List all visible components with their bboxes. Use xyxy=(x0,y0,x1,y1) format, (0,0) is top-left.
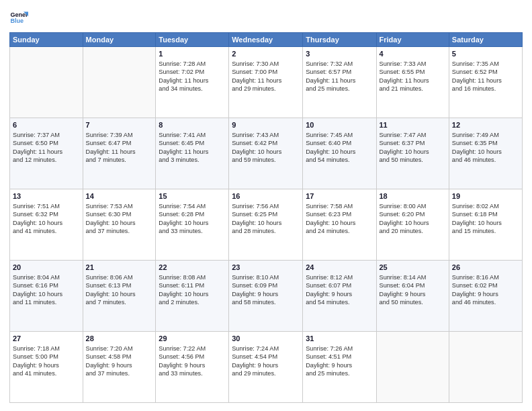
day-number: 29 xyxy=(159,334,226,344)
calendar-cell: 6Sunrise: 7:37 AM Sunset: 6:50 PM Daylig… xyxy=(10,118,83,189)
day-number: 26 xyxy=(452,263,519,273)
header: General Blue xyxy=(9,8,523,27)
day-info: Sunrise: 7:45 AM Sunset: 6:40 PM Dayligh… xyxy=(306,131,373,165)
day-info: Sunrise: 7:28 AM Sunset: 7:02 PM Dayligh… xyxy=(159,60,226,93)
day-info: Sunrise: 8:04 AM Sunset: 6:16 PM Dayligh… xyxy=(13,273,80,307)
day-info: Sunrise: 7:58 AM Sunset: 6:23 PM Dayligh… xyxy=(306,202,373,236)
weekday-tuesday: Tuesday xyxy=(156,33,229,47)
day-info: Sunrise: 7:37 AM Sunset: 6:50 PM Dayligh… xyxy=(13,131,80,165)
day-number: 16 xyxy=(232,191,300,201)
day-info: Sunrise: 7:43 AM Sunset: 6:42 PM Dayligh… xyxy=(232,131,300,165)
weekday-monday: Monday xyxy=(83,33,156,47)
day-number: 1 xyxy=(159,49,226,59)
day-info: Sunrise: 7:51 AM Sunset: 6:32 PM Dayligh… xyxy=(13,202,80,236)
day-info: Sunrise: 7:33 AM Sunset: 6:55 PM Dayligh… xyxy=(380,60,446,93)
calendar-cell: 1Sunrise: 7:28 AM Sunset: 7:02 PM Daylig… xyxy=(156,47,229,118)
day-number: 5 xyxy=(452,49,519,59)
calendar-cell: 23Sunrise: 8:10 AM Sunset: 6:09 PM Dayli… xyxy=(229,261,303,332)
day-number: 23 xyxy=(232,263,300,273)
day-number: 14 xyxy=(86,191,153,201)
calendar-cell: 2Sunrise: 7:30 AM Sunset: 7:00 PM Daylig… xyxy=(229,47,303,118)
calendar-cell: 11Sunrise: 7:47 AM Sunset: 6:37 PM Dayli… xyxy=(376,118,449,189)
page: General Blue SundayMondayTuesdayWednesda… xyxy=(0,0,532,411)
calendar-cell: 22Sunrise: 8:08 AM Sunset: 6:11 PM Dayli… xyxy=(156,261,229,332)
calendar-cell: 15Sunrise: 7:54 AM Sunset: 6:28 PM Dayli… xyxy=(156,189,229,261)
day-info: Sunrise: 8:02 AM Sunset: 6:18 PM Dayligh… xyxy=(452,202,519,236)
calendar-cell: 20Sunrise: 8:04 AM Sunset: 6:16 PM Dayli… xyxy=(10,261,83,332)
day-number: 7 xyxy=(86,120,153,130)
calendar-cell: 7Sunrise: 7:39 AM Sunset: 6:47 PM Daylig… xyxy=(83,118,156,189)
day-info: Sunrise: 7:24 AM Sunset: 4:54 PM Dayligh… xyxy=(232,345,300,378)
day-info: Sunrise: 7:41 AM Sunset: 6:45 PM Dayligh… xyxy=(159,131,226,165)
calendar-cell: 19Sunrise: 8:02 AM Sunset: 6:18 PM Dayli… xyxy=(449,189,522,261)
day-number: 31 xyxy=(306,334,373,344)
day-number: 17 xyxy=(306,191,373,201)
day-info: Sunrise: 7:39 AM Sunset: 6:47 PM Dayligh… xyxy=(86,131,153,165)
calendar-cell xyxy=(10,47,83,118)
day-number: 9 xyxy=(232,120,300,130)
calendar-table: SundayMondayTuesdayWednesdayThursdayFrid… xyxy=(9,32,523,403)
day-info: Sunrise: 7:22 AM Sunset: 4:56 PM Dayligh… xyxy=(159,345,226,378)
weekday-saturday: Saturday xyxy=(449,33,522,47)
calendar-cell: 21Sunrise: 8:06 AM Sunset: 6:13 PM Dayli… xyxy=(83,261,156,332)
day-number: 12 xyxy=(452,120,519,130)
day-number: 15 xyxy=(159,191,226,201)
day-info: Sunrise: 7:32 AM Sunset: 6:57 PM Dayligh… xyxy=(306,60,373,93)
calendar-cell: 8Sunrise: 7:41 AM Sunset: 6:45 PM Daylig… xyxy=(156,118,229,189)
day-number: 24 xyxy=(306,263,373,273)
day-number: 3 xyxy=(306,49,373,59)
calendar-cell xyxy=(83,47,156,118)
day-number: 27 xyxy=(13,334,80,344)
calendar-cell: 29Sunrise: 7:22 AM Sunset: 4:56 PM Dayli… xyxy=(156,332,229,403)
day-number: 19 xyxy=(452,191,519,201)
day-info: Sunrise: 7:30 AM Sunset: 7:00 PM Dayligh… xyxy=(232,60,300,93)
day-number: 6 xyxy=(13,120,80,130)
day-info: Sunrise: 7:49 AM Sunset: 6:35 PM Dayligh… xyxy=(452,131,519,165)
day-info: Sunrise: 7:47 AM Sunset: 6:37 PM Dayligh… xyxy=(380,131,446,165)
day-info: Sunrise: 7:18 AM Sunset: 5:00 PM Dayligh… xyxy=(13,345,80,378)
day-number: 21 xyxy=(86,263,153,273)
calendar-cell: 13Sunrise: 7:51 AM Sunset: 6:32 PM Dayli… xyxy=(10,189,83,261)
day-info: Sunrise: 7:20 AM Sunset: 4:58 PM Dayligh… xyxy=(86,345,153,378)
calendar-week-0: 1Sunrise: 7:28 AM Sunset: 7:02 PM Daylig… xyxy=(10,47,523,118)
day-number: 2 xyxy=(232,49,300,59)
logo: General Blue xyxy=(9,8,28,27)
weekday-friday: Friday xyxy=(376,33,449,47)
day-number: 25 xyxy=(380,263,446,273)
calendar-cell: 12Sunrise: 7:49 AM Sunset: 6:35 PM Dayli… xyxy=(449,118,522,189)
day-number: 8 xyxy=(159,120,226,130)
weekday-header-row: SundayMondayTuesdayWednesdayThursdayFrid… xyxy=(10,33,523,47)
weekday-wednesday: Wednesday xyxy=(229,33,303,47)
calendar-cell: 18Sunrise: 8:00 AM Sunset: 6:20 PM Dayli… xyxy=(376,189,449,261)
calendar-week-3: 20Sunrise: 8:04 AM Sunset: 6:16 PM Dayli… xyxy=(10,261,523,332)
calendar-cell: 27Sunrise: 7:18 AM Sunset: 5:00 PM Dayli… xyxy=(10,332,83,403)
day-info: Sunrise: 8:06 AM Sunset: 6:13 PM Dayligh… xyxy=(86,273,153,307)
day-number: 13 xyxy=(13,191,80,201)
calendar-cell: 5Sunrise: 7:35 AM Sunset: 6:52 PM Daylig… xyxy=(449,47,522,118)
calendar-cell: 30Sunrise: 7:24 AM Sunset: 4:54 PM Dayli… xyxy=(229,332,303,403)
calendar-week-1: 6Sunrise: 7:37 AM Sunset: 6:50 PM Daylig… xyxy=(10,118,523,189)
day-number: 30 xyxy=(232,334,300,344)
calendar-week-4: 27Sunrise: 7:18 AM Sunset: 5:00 PM Dayli… xyxy=(10,332,523,403)
calendar-cell: 28Sunrise: 7:20 AM Sunset: 4:58 PM Dayli… xyxy=(83,332,156,403)
day-info: Sunrise: 8:14 AM Sunset: 6:04 PM Dayligh… xyxy=(380,273,446,307)
calendar-cell: 25Sunrise: 8:14 AM Sunset: 6:04 PM Dayli… xyxy=(376,261,449,332)
svg-text:Blue: Blue xyxy=(10,17,24,24)
calendar-cell: 4Sunrise: 7:33 AM Sunset: 6:55 PM Daylig… xyxy=(376,47,449,118)
calendar-cell: 3Sunrise: 7:32 AM Sunset: 6:57 PM Daylig… xyxy=(303,47,376,118)
day-number: 11 xyxy=(380,120,446,130)
day-info: Sunrise: 7:53 AM Sunset: 6:30 PM Dayligh… xyxy=(86,202,153,236)
day-info: Sunrise: 8:16 AM Sunset: 6:02 PM Dayligh… xyxy=(452,273,519,307)
calendar-cell: 17Sunrise: 7:58 AM Sunset: 6:23 PM Dayli… xyxy=(303,189,376,261)
day-number: 18 xyxy=(380,191,446,201)
day-info: Sunrise: 7:56 AM Sunset: 6:25 PM Dayligh… xyxy=(232,202,300,236)
calendar-cell: 24Sunrise: 8:12 AM Sunset: 6:07 PM Dayli… xyxy=(303,261,376,332)
day-info: Sunrise: 7:26 AM Sunset: 4:51 PM Dayligh… xyxy=(306,345,373,378)
weekday-sunday: Sunday xyxy=(10,33,83,47)
day-number: 10 xyxy=(306,120,373,130)
day-info: Sunrise: 8:08 AM Sunset: 6:11 PM Dayligh… xyxy=(159,273,226,307)
calendar-cell: 31Sunrise: 7:26 AM Sunset: 4:51 PM Dayli… xyxy=(303,332,376,403)
logo-icon: General Blue xyxy=(9,8,28,27)
calendar-cell: 10Sunrise: 7:45 AM Sunset: 6:40 PM Dayli… xyxy=(303,118,376,189)
day-number: 22 xyxy=(159,263,226,273)
